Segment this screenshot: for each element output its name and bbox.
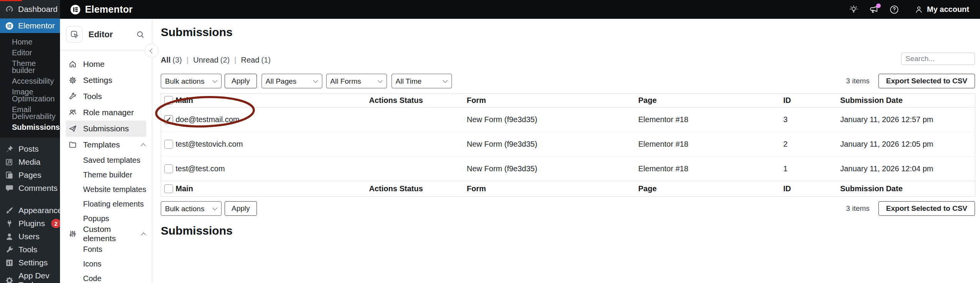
paper-plane-icon [68, 124, 77, 133]
all-pages-select[interactable]: All Pages [262, 74, 322, 88]
panel-subitem-label: Popups [83, 214, 109, 223]
column-page: Page [638, 94, 783, 108]
bulk-actions-select-bottom[interactable]: Bulk actions [161, 201, 222, 216]
submenu-item-email-deliverability[interactable]: Email Deliverability [0, 104, 60, 122]
cell-page[interactable]: Elementor #18 [638, 157, 783, 181]
paintbrush-icon [5, 206, 14, 215]
select-all-checkbox[interactable] [164, 96, 173, 105]
cell-email[interactable]: test@test.com [175, 157, 369, 181]
sidebar-item-label: Settings [18, 258, 48, 267]
help-icon[interactable] [889, 5, 899, 15]
panel-item-home[interactable]: Home [60, 56, 152, 72]
submenu-item-editor[interactable]: Editor [0, 47, 60, 58]
idea-lightbulb-icon[interactable] [849, 5, 858, 14]
sidebar-item-dashboard[interactable]: Dashboard [0, 0, 60, 18]
submenu-item-home[interactable]: Home [0, 36, 60, 47]
panel-subitem-fonts[interactable]: Fonts [60, 242, 152, 257]
apply-button[interactable]: Apply [225, 74, 257, 88]
export-csv-button[interactable]: Export Selected to CSV [878, 74, 975, 88]
sidebar-item-label: Users [18, 232, 40, 241]
panel-item-submissions[interactable]: Submissions [66, 121, 146, 137]
column-actions-status: Actions Status [369, 181, 467, 197]
row-checkbox[interactable]: ✓ [164, 115, 173, 124]
cell-email[interactable]: test@testovich.com [175, 132, 369, 157]
elementor-brand: Elementor [70, 4, 133, 15]
table-header-row: Main Actions Status Form Page ID Submiss… [161, 94, 975, 108]
elementor-top-bar: Elementor My account [60, 0, 980, 19]
sidebar-item-label: App Dev Tools [18, 271, 60, 283]
editor-launch-button[interactable] [66, 26, 83, 43]
column-form: Form [467, 181, 638, 197]
sidebar-item-users[interactable]: Users [0, 230, 60, 243]
cell-page[interactable]: Elementor #18 [638, 132, 783, 157]
panel-subitem-popups[interactable]: Popups [60, 211, 152, 226]
cell-email[interactable]: doe@testmail.com [175, 108, 369, 132]
submenu-item-image-optimization[interactable]: Image Optimization [0, 86, 60, 104]
page-title: Submissions [161, 26, 975, 39]
my-account-button[interactable]: My account [914, 5, 969, 14]
sidebar-item-plugins[interactable]: Plugins 2 [0, 217, 60, 230]
cell-page[interactable]: Elementor #18 [638, 108, 783, 132]
sidebar-item-settings[interactable]: Settings [0, 256, 60, 269]
apply-button-bottom[interactable]: Apply [225, 201, 257, 216]
announcements-megaphone-icon[interactable] [869, 5, 879, 15]
row-checkbox[interactable] [164, 140, 173, 149]
search-input[interactable] [901, 53, 975, 65]
gear-icon [5, 276, 14, 283]
panel-item-tools[interactable]: Tools [60, 88, 152, 104]
separator: | [230, 56, 241, 65]
panel-subitem-saved-templates[interactable]: Saved templates [60, 153, 152, 167]
panel-subitem-label: Icons [83, 260, 102, 268]
sidebar-item-app-dev-tools[interactable]: App Dev Tools [0, 274, 60, 283]
panel-subitem-floating-elements[interactable]: Floating elements [60, 197, 152, 211]
panel-item-label: Submissions [83, 124, 129, 133]
panel-subitem-code[interactable]: Code [60, 271, 152, 283]
all-forms-select[interactable]: All Forms [326, 74, 387, 88]
panel-subitem-website-templates[interactable]: Website templates [60, 182, 152, 197]
column-id: ID [783, 94, 840, 108]
panel-item-settings[interactable]: Settings [60, 72, 152, 88]
brand-title: Elementor [85, 4, 133, 15]
submenu-item-submissions[interactable]: Submissions [0, 122, 60, 132]
dashboard-icon [5, 5, 14, 14]
submenu-item-accessibility[interactable]: Accessibility [0, 76, 60, 86]
view-filter-read[interactable]: Read(1) [241, 56, 270, 65]
panel-item-label: Home [83, 60, 105, 69]
panel-subitem-icons[interactable]: Icons [60, 257, 152, 271]
export-csv-button-bottom[interactable]: Export Selected to CSV [878, 201, 975, 216]
view-filter-all[interactable]: All(3) [161, 56, 182, 65]
wrench-icon [68, 92, 77, 101]
sidebar-item-label: Pages [18, 170, 42, 180]
panel-item-templates[interactable]: Templates [60, 137, 152, 153]
bulk-actions-select[interactable]: Bulk actions [161, 74, 222, 88]
table-row: ✓ doe@testmail.com New Form (f9e3d35) El… [161, 108, 975, 132]
sidebar-item-comments[interactable]: Comments [0, 182, 60, 195]
items-count: 3 items [846, 204, 870, 213]
table-footer-row: Main Actions Status Form Page ID Submiss… [161, 181, 975, 197]
cell-id: 3 [783, 108, 840, 132]
submenu-item-theme-builder[interactable]: Theme builder [0, 58, 60, 76]
view-filters: All(3) | Unread(2) | Read(1) [161, 56, 975, 65]
search-icon[interactable] [136, 30, 145, 39]
sidebar-item-appearance[interactable]: Appearance [0, 204, 60, 217]
select-all-checkbox[interactable] [164, 184, 173, 193]
sidebar-item-pages[interactable]: Pages [0, 169, 60, 182]
view-filter-unread[interactable]: Unread(2) [193, 56, 230, 65]
chevron-up-icon [141, 232, 146, 237]
pushpin-icon [5, 145, 14, 154]
person-icon [914, 5, 923, 14]
cell-date: January 11, 2026 12:05 pm [840, 132, 975, 157]
panel-item-custom-elements[interactable]: Custom elements [60, 226, 152, 242]
table-row: test@test.com New Form (f9e3d35) Element… [161, 157, 975, 181]
sidebar-item-posts[interactable]: Posts [0, 142, 60, 156]
top-toolbar: Bulk actions Apply All Pages All Forms A… [161, 74, 975, 88]
notification-dot [876, 3, 881, 8]
panel-collapse-button[interactable] [145, 44, 158, 58]
sidebar-item-tools[interactable]: Tools [0, 243, 60, 256]
panel-item-role-manager[interactable]: Role manager [60, 104, 152, 121]
all-time-select[interactable]: All Time [392, 74, 452, 88]
row-checkbox[interactable] [164, 164, 173, 173]
sidebar-item-media[interactable]: Media [0, 156, 60, 169]
sidebar-item-elementor[interactable]: Elementor [0, 18, 60, 33]
panel-subitem-theme-builder[interactable]: Theme builder [60, 167, 152, 182]
